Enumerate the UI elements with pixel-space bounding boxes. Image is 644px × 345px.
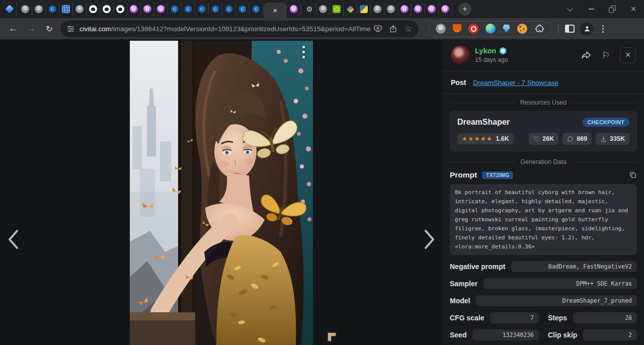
browser-tab[interactable] bbox=[330, 3, 344, 16]
site-info-icon[interactable] bbox=[66, 25, 75, 33]
puzzle-extension-icon[interactable] bbox=[534, 24, 544, 34]
panel-close-button[interactable] bbox=[620, 47, 636, 63]
install-app-icon[interactable] bbox=[370, 21, 385, 36]
field-value: DPM++ SDE Karras bbox=[484, 278, 637, 289]
resource-card[interactable]: DreamShaper CHECKPOINT ★★★★★ 1.6K 26K bbox=[450, 111, 637, 151]
browser-tab[interactable] bbox=[371, 3, 384, 16]
artwork-image[interactable] bbox=[130, 41, 313, 345]
browser-tab[interactable] bbox=[316, 3, 330, 16]
gear-favicon: ⚙ bbox=[305, 5, 313, 13]
browser-tab[interactable] bbox=[59, 3, 73, 16]
browser-tab[interactable]: C bbox=[46, 3, 59, 16]
browser-tab[interactable]: U bbox=[287, 3, 301, 16]
browser-tab[interactable]: C bbox=[182, 3, 195, 16]
civitai-favicon: C bbox=[225, 5, 233, 13]
onetab-extension-icon[interactable] bbox=[468, 24, 478, 34]
side-panel-icon[interactable] bbox=[565, 25, 575, 33]
world-extension-icon[interactable] bbox=[486, 24, 496, 34]
gem-extension-icon[interactable] bbox=[503, 25, 510, 33]
browser-tab[interactable] bbox=[357, 3, 371, 16]
url-text[interactable]: civitai.com/images/1386412?modelVersionI… bbox=[79, 25, 370, 33]
url-domain: civitai.com bbox=[79, 25, 111, 33]
browser-tab[interactable]: U bbox=[439, 3, 452, 16]
copy-prompt-button[interactable] bbox=[629, 171, 637, 179]
browser-tab[interactable] bbox=[32, 3, 46, 16]
panel-scroll-body[interactable]: Resources Used DreamShaper CHECKPOINT ★★… bbox=[443, 94, 644, 345]
downloads-pill[interactable]: 335K bbox=[596, 133, 629, 145]
browser-menu-icon[interactable] bbox=[599, 25, 607, 33]
browser-tab[interactable] bbox=[3, 3, 17, 16]
browser-tab[interactable] bbox=[100, 3, 114, 16]
rating-stars: ★★★★★ bbox=[462, 135, 493, 142]
field-row: Negative promptBadDream, FastNegativeV2 bbox=[450, 261, 637, 272]
heart-icon bbox=[533, 135, 540, 143]
next-image-button[interactable] bbox=[421, 227, 439, 251]
tab-close-icon[interactable] bbox=[271, 6, 280, 15]
adblock-off-extension-icon[interactable]: off bbox=[453, 24, 461, 33]
cookie-extension-icon[interactable] bbox=[517, 24, 527, 34]
globe-extension-icon[interactable] bbox=[436, 24, 446, 34]
nvidia-favicon bbox=[333, 5, 341, 13]
browser-tab[interactable]: U bbox=[425, 3, 439, 16]
browser-tab[interactable]: C bbox=[195, 3, 209, 16]
resource-name[interactable]: DreamShaper bbox=[457, 118, 510, 127]
field-label: Model bbox=[450, 297, 470, 305]
civitai-favicon: C bbox=[184, 5, 192, 13]
browser-tab[interactable] bbox=[114, 3, 127, 16]
likes-pill[interactable]: 26K bbox=[529, 133, 559, 145]
browser-tab[interactable] bbox=[19, 3, 32, 16]
field-value: DreamShaper_7_pruned bbox=[476, 295, 637, 306]
globe-favicon bbox=[319, 5, 327, 13]
active-tab[interactable] bbox=[264, 3, 287, 18]
browser-tab[interactable] bbox=[87, 3, 100, 16]
browser-tab[interactable]: C bbox=[168, 3, 182, 16]
share-button[interactable] bbox=[581, 50, 592, 60]
post-timestamp: 15 days ago bbox=[475, 56, 581, 63]
browser-tab[interactable]: ⚙ bbox=[303, 3, 316, 16]
browser-tab[interactable]: C bbox=[222, 3, 236, 16]
browser-tab[interactable] bbox=[73, 3, 87, 16]
browser-tab[interactable]: U bbox=[398, 3, 412, 16]
image-options-menu-icon[interactable] bbox=[302, 46, 305, 58]
back-button[interactable] bbox=[5, 21, 21, 37]
browser-tab[interactable]: C bbox=[250, 3, 263, 16]
window-chevron-down-icon[interactable] bbox=[559, 0, 581, 18]
window-restore-button[interactable] bbox=[602, 0, 623, 18]
field-label: Sampler bbox=[450, 280, 477, 288]
prompt-text[interactable]: 8k portrait of beautiful cyborg with bro… bbox=[450, 184, 637, 255]
bookmark-star-icon[interactable] bbox=[400, 21, 416, 36]
address-bar[interactable]: civitai.com/images/1386412?modelVersionI… bbox=[60, 21, 419, 37]
globe-favicon bbox=[373, 5, 381, 13]
report-flag-button[interactable] bbox=[602, 50, 610, 61]
field-row: ModelDreamShaper_7_pruned bbox=[450, 295, 637, 306]
previous-image-button[interactable] bbox=[4, 227, 22, 251]
browser-tab[interactable]: C bbox=[236, 3, 250, 16]
window-minimize-button[interactable] bbox=[581, 0, 602, 18]
field-row: SamplerDPM++ SDE Karras bbox=[450, 278, 637, 289]
rating-pill[interactable]: ★★★★★ 1.6K bbox=[457, 133, 514, 144]
browser-tab[interactable]: U bbox=[412, 3, 425, 16]
browser-tab[interactable]: U bbox=[154, 3, 168, 16]
field-row: CFG scale7Steps28 bbox=[450, 312, 637, 323]
civitai-favicon: C bbox=[198, 5, 206, 13]
username-text[interactable]: Lykon bbox=[475, 47, 496, 55]
python-favicon bbox=[360, 5, 368, 13]
field-model: ModelDreamShaper_7_pruned bbox=[450, 295, 637, 306]
browser-tab[interactable]: U bbox=[141, 3, 154, 16]
new-tab-button[interactable] bbox=[458, 3, 471, 16]
url-path: /images/1386412?modelVersionId=109123&pr… bbox=[111, 25, 370, 33]
username-link[interactable]: Lykon bbox=[475, 47, 581, 55]
window-close-button[interactable] bbox=[623, 0, 644, 18]
browser-tab[interactable]: C bbox=[209, 3, 222, 16]
share-page-icon[interactable] bbox=[385, 21, 400, 36]
generation-data-section-label: Generation Data bbox=[450, 158, 637, 165]
browser-tab[interactable]: U bbox=[127, 3, 141, 16]
user-avatar[interactable] bbox=[451, 46, 470, 65]
browser-tab[interactable] bbox=[344, 3, 357, 16]
comments-pill[interactable]: 869 bbox=[562, 133, 592, 145]
forward-button[interactable] bbox=[23, 21, 39, 37]
post-link[interactable]: DreamShaper - 7 Showcase bbox=[473, 79, 558, 87]
reload-button[interactable] bbox=[41, 21, 57, 37]
profile-avatar[interactable] bbox=[580, 22, 594, 36]
browser-tab[interactable] bbox=[384, 3, 398, 16]
